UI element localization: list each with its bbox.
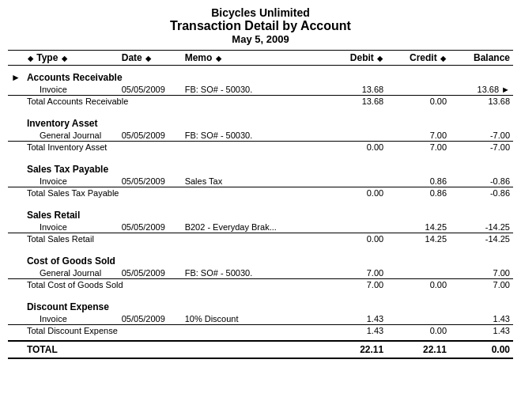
grand-total-row: TOTAL 22.11 22.11 0.00 bbox=[8, 341, 513, 358]
row-balance: -0.86 bbox=[450, 176, 513, 187]
section-header-0: ► Accounts Receivable bbox=[8, 66, 513, 85]
row-debit bbox=[323, 130, 387, 142]
section-header-1: Inventory Asset bbox=[8, 112, 513, 130]
row-credit bbox=[387, 267, 450, 279]
report-title: Transaction Detail by Account bbox=[8, 19, 513, 33]
total-arrow bbox=[8, 142, 24, 153]
table-row[interactable]: Invoice 05/05/2009 10% Discount 1.43 1.4… bbox=[8, 313, 513, 325]
section-arrow-4 bbox=[8, 249, 24, 267]
row-balance: 1.43 bbox=[450, 313, 513, 325]
total-label-0: Total Accounts Receivable bbox=[24, 96, 323, 108]
total-arrow bbox=[8, 96, 24, 108]
row-arrow bbox=[8, 130, 24, 142]
debit-col-header: Debit ◆ bbox=[323, 51, 387, 66]
row-debit: 1.43 bbox=[323, 313, 387, 325]
total-debit-0: 13.68 bbox=[323, 96, 387, 108]
total-label-4: Total Cost of Goods Sold bbox=[24, 279, 323, 291]
total-debit-5: 1.43 bbox=[323, 325, 387, 337]
report-container: Bicycles Unlimited Transaction Detail by… bbox=[0, 0, 521, 365]
section-name-1: Inventory Asset bbox=[24, 112, 513, 130]
section-total-0: Total Accounts Receivable 13.68 0.00 13.… bbox=[8, 96, 513, 108]
section-total-4: Total Cost of Goods Sold 7.00 0.00 7.00 bbox=[8, 279, 513, 291]
grand-total-debit: 22.11 bbox=[323, 341, 387, 358]
row-type: General Journal bbox=[24, 267, 119, 279]
total-arrow bbox=[8, 325, 24, 337]
row-balance: 7.00 bbox=[450, 267, 513, 279]
row-memo: FB: SO# - 50030. bbox=[182, 130, 324, 142]
row-debit: 13.68 bbox=[323, 84, 387, 96]
row-memo: B202 - Everyday Brak... bbox=[182, 221, 324, 233]
row-debit: 7.00 bbox=[323, 267, 387, 279]
total-label-3: Total Sales Retail bbox=[24, 233, 323, 245]
section-header-3: Sales Retail bbox=[8, 203, 513, 221]
row-date: 05/05/2009 bbox=[119, 176, 182, 187]
total-debit-4: 7.00 bbox=[323, 279, 387, 291]
report-date: May 5, 2009 bbox=[8, 33, 513, 45]
grand-total-balance: 0.00 bbox=[450, 341, 513, 358]
row-credit: 0.86 bbox=[387, 176, 450, 187]
row-balance: 13.68 ► bbox=[450, 84, 513, 96]
row-type: Invoice bbox=[24, 84, 119, 96]
total-credit-3: 14.25 bbox=[387, 233, 450, 245]
section-arrow-2 bbox=[8, 157, 24, 176]
section-name-2: Sales Tax Payable bbox=[24, 157, 513, 176]
total-arrow bbox=[8, 187, 24, 199]
total-balance-0: 13.68 bbox=[450, 96, 513, 108]
report-header: Bicycles Unlimited Transaction Detail by… bbox=[8, 6, 513, 45]
total-debit-1: 0.00 bbox=[323, 142, 387, 153]
row-balance: -14.25 bbox=[450, 221, 513, 233]
row-date: 05/05/2009 bbox=[119, 221, 182, 233]
total-label-5: Total Discount Expense bbox=[24, 325, 323, 337]
table-row[interactable]: General Journal 05/05/2009 FB: SO# - 500… bbox=[8, 267, 513, 279]
total-debit-3: 0.00 bbox=[323, 233, 387, 245]
column-headers: ◆ Type ◆ Date ◆ Memo ◆ Debit ◆ Credit bbox=[8, 51, 513, 66]
row-arrow bbox=[8, 267, 24, 279]
row-date: 05/05/2009 bbox=[119, 130, 182, 142]
row-credit: 7.00 bbox=[387, 130, 450, 142]
section-arrow-1 bbox=[8, 112, 24, 130]
row-credit: 14.25 bbox=[387, 221, 450, 233]
table-row[interactable]: General Journal 05/05/2009 FB: SO# - 500… bbox=[8, 130, 513, 142]
company-name: Bicycles Unlimited bbox=[8, 6, 513, 19]
row-arrow bbox=[8, 313, 24, 325]
total-credit-0: 0.00 bbox=[387, 96, 450, 108]
memo-col-header: Memo ◆ bbox=[182, 51, 324, 66]
row-credit bbox=[387, 313, 450, 325]
total-credit-4: 0.00 bbox=[387, 279, 450, 291]
section-header-5: Discount Expense bbox=[8, 295, 513, 313]
table-row[interactable]: Invoice 05/05/2009 Sales Tax 0.86 -0.86 bbox=[8, 176, 513, 187]
total-balance-1: -7.00 bbox=[450, 142, 513, 153]
section-name-3: Sales Retail bbox=[24, 203, 513, 221]
section-name-0: Accounts Receivable bbox=[24, 66, 513, 85]
row-type: Invoice bbox=[24, 221, 119, 233]
total-label-2: Total Sales Tax Payable bbox=[24, 187, 323, 199]
table-row[interactable]: Invoice 05/05/2009 FB: SO# - 50030. 13.6… bbox=[8, 84, 513, 96]
section-arrow-3 bbox=[8, 203, 24, 221]
section-arrow-0: ► bbox=[8, 66, 24, 85]
row-balance: -7.00 bbox=[450, 130, 513, 142]
total-balance-3: -14.25 bbox=[450, 233, 513, 245]
main-table: ◆ Type ◆ Date ◆ Memo ◆ Debit ◆ Credit bbox=[8, 50, 513, 359]
section-total-1: Total Inventory Asset 0.00 7.00 -7.00 bbox=[8, 142, 513, 153]
row-memo: FB: SO# - 50030. bbox=[182, 84, 324, 96]
row-type: Invoice bbox=[24, 313, 119, 325]
row-arrow bbox=[8, 84, 24, 96]
row-arrow bbox=[8, 176, 24, 187]
row-date: 05/05/2009 bbox=[119, 267, 182, 279]
grand-total-credit: 22.11 bbox=[387, 341, 450, 358]
grand-total-arrow bbox=[8, 341, 24, 358]
row-date: 05/05/2009 bbox=[119, 84, 182, 96]
section-total-5: Total Discount Expense 1.43 0.00 1.43 bbox=[8, 325, 513, 337]
table-row[interactable]: Invoice 05/05/2009 B202 - Everyday Brak.… bbox=[8, 221, 513, 233]
total-arrow bbox=[8, 233, 24, 245]
type-col-header: ◆ Type ◆ bbox=[24, 51, 119, 66]
total-debit-2: 0.00 bbox=[323, 187, 387, 199]
section-name-5: Discount Expense bbox=[24, 295, 513, 313]
credit-col-header: Credit ◆ bbox=[387, 51, 450, 66]
section-header-4: Cost of Goods Sold bbox=[8, 249, 513, 267]
section-total-3: Total Sales Retail 0.00 14.25 -14.25 bbox=[8, 233, 513, 245]
row-type: Invoice bbox=[24, 176, 119, 187]
grand-total-label: TOTAL bbox=[24, 341, 323, 358]
row-credit bbox=[387, 84, 450, 96]
row-memo: Sales Tax bbox=[182, 176, 324, 187]
